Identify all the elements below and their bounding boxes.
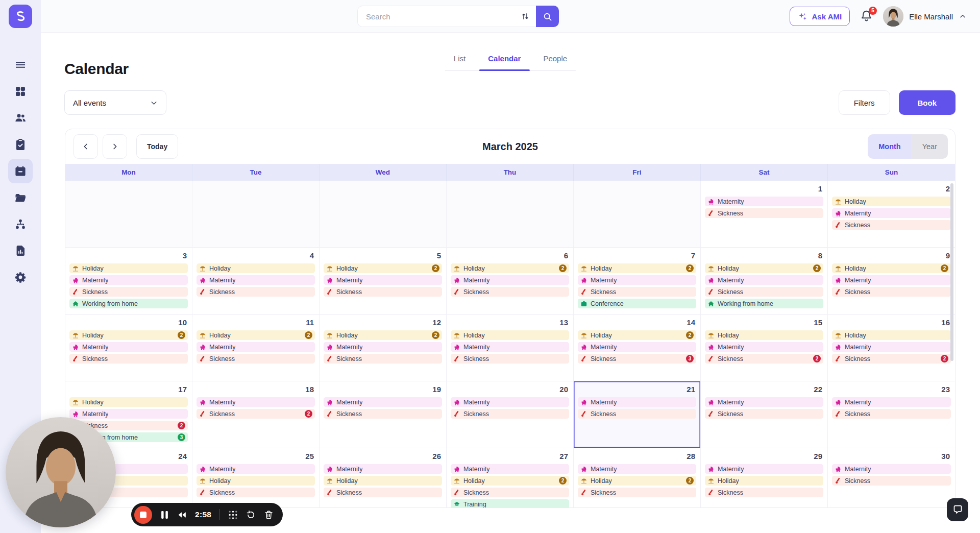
event-pill-holiday[interactable]: Holiday2 xyxy=(69,330,188,340)
calendar-day-cell[interactable]: 16HolidayMaternitySickness2 xyxy=(828,314,955,381)
tab-calendar[interactable]: Calendar xyxy=(479,54,529,70)
event-pill-training[interactable]: Training xyxy=(451,499,569,508)
event-pill-holiday[interactable]: Holiday xyxy=(832,197,951,206)
event-pill-maternity[interactable]: Maternity xyxy=(324,275,442,285)
sidebar-item-documents[interactable] xyxy=(8,185,33,210)
calendar-day-cell[interactable]: 22MaternitySickness xyxy=(701,381,828,448)
view-year-button[interactable]: Year xyxy=(912,134,948,159)
calendar-day-cell[interactable]: 1MaternitySickness xyxy=(701,181,828,248)
event-pill-sickness[interactable]: Sickness xyxy=(451,488,569,497)
event-pill-maternity[interactable]: Maternity xyxy=(832,342,951,352)
event-pill-sickness[interactable]: Sickness xyxy=(324,409,442,419)
restart-recording-button[interactable] xyxy=(246,510,256,520)
pause-button[interactable] xyxy=(160,511,169,519)
event-pill-maternity[interactable]: Maternity xyxy=(197,275,315,285)
event-pill-sickness[interactable]: Sickness xyxy=(832,220,951,230)
event-pill-holiday[interactable]: Holiday2 xyxy=(451,476,569,486)
calendar-day-cell[interactable]: 4HolidayMaternitySickness xyxy=(192,248,320,314)
sidebar-item-tasks[interactable] xyxy=(8,132,33,157)
calendar-day-cell[interactable]: 20MaternitySickness xyxy=(447,381,574,448)
event-pill-holiday[interactable]: Holiday2 xyxy=(578,263,696,273)
calendar-day-cell[interactable]: 29MaternityHolidaySickness xyxy=(701,448,828,508)
view-month-button[interactable]: Month xyxy=(868,134,911,159)
event-pill-maternity[interactable]: Maternity xyxy=(705,464,823,474)
event-pill-holiday[interactable]: Holiday xyxy=(451,330,569,340)
event-pill-maternity[interactable]: Maternity xyxy=(197,397,315,407)
event-pill-maternity[interactable]: Maternity xyxy=(451,342,569,352)
calendar-day-cell[interactable]: 13HolidayMaternitySickness xyxy=(447,314,574,381)
next-month-button[interactable] xyxy=(103,134,127,159)
calendar-day-cell[interactable]: 11Holiday2MaternitySickness xyxy=(192,314,320,381)
event-pill-sickness[interactable]: Sickness xyxy=(197,287,315,297)
filter-sliders-icon[interactable] xyxy=(521,12,530,21)
event-pill-sickness[interactable]: Sickness xyxy=(705,488,823,497)
ask-ami-button[interactable]: Ask AMI xyxy=(790,7,850,26)
calendar-day-cell[interactable]: 6Holiday2MaternitySickness xyxy=(447,248,574,314)
calendar-day-cell[interactable]: 28MaternityHoliday2Sickness xyxy=(574,448,701,508)
event-pill-sickness[interactable]: Sickness xyxy=(197,488,315,497)
event-pill-holiday[interactable]: Holiday2 xyxy=(324,330,442,340)
event-pill-maternity[interactable]: Maternity xyxy=(832,397,951,407)
calendar-day-cell[interactable]: 7Holiday2MaternitySicknessConference xyxy=(574,248,701,314)
event-pill-holiday[interactable]: Holiday xyxy=(705,476,823,486)
calendar-day-cell[interactable]: 10Holiday2MaternitySickness xyxy=(65,314,192,381)
event-pill-sickness[interactable]: Sickness xyxy=(705,409,823,419)
event-pill-sickness[interactable]: Sickness2 xyxy=(197,409,315,419)
event-pill-maternity[interactable]: Maternity xyxy=(832,464,951,474)
event-pill-sickness[interactable]: Sickness xyxy=(197,354,315,364)
drag-handle[interactable] xyxy=(228,510,238,520)
calendar-day-cell[interactable]: 3HolidayMaternitySicknessWorking from ho… xyxy=(65,248,192,314)
event-pill-sickness[interactable]: Sickness xyxy=(324,488,442,497)
user-menu[interactable]: Elle Marshall xyxy=(883,6,967,27)
event-pill-holiday[interactable]: Holiday2 xyxy=(578,330,696,340)
event-pill-holiday[interactable]: Holiday2 xyxy=(705,263,823,273)
calendar-day-cell[interactable]: 18MaternitySickness2 xyxy=(192,381,320,448)
event-pill-maternity[interactable]: Maternity xyxy=(578,464,696,474)
event-pill-holiday[interactable]: Holiday xyxy=(832,330,951,340)
event-pill-sickness[interactable]: Sickness xyxy=(578,409,696,419)
event-pill-holiday[interactable]: Holiday2 xyxy=(324,263,442,273)
event-pill-sickness[interactable]: Sickness2 xyxy=(832,354,951,364)
event-pill-maternity[interactable]: Maternity xyxy=(197,342,315,352)
prev-month-button[interactable] xyxy=(74,134,98,159)
event-pill-sickness[interactable]: Sickness xyxy=(705,287,823,297)
event-pill-sickness[interactable]: Sickness xyxy=(832,409,951,419)
events-filter-dropdown[interactable]: All events xyxy=(64,90,166,115)
event-pill-holiday[interactable]: Holiday2 xyxy=(578,476,696,486)
today-button[interactable]: Today xyxy=(136,134,178,159)
event-pill-holiday[interactable]: Holiday xyxy=(197,263,315,273)
calendar-day-cell[interactable]: 9Holiday2MaternitySickness xyxy=(828,248,955,314)
event-pill-sickness[interactable]: Sickness xyxy=(69,354,188,364)
event-pill-maternity[interactable]: Maternity xyxy=(705,342,823,352)
search-button[interactable] xyxy=(536,6,559,27)
event-pill-holiday[interactable]: Holiday2 xyxy=(197,330,315,340)
event-pill-sickness[interactable]: Sickness xyxy=(832,287,951,297)
event-pill-sickness[interactable]: Sickness3 xyxy=(578,354,696,364)
event-pill-conference[interactable]: Conference xyxy=(578,299,696,308)
event-pill-maternity[interactable]: Maternity xyxy=(578,275,696,285)
event-pill-holiday[interactable]: Holiday xyxy=(197,476,315,486)
event-pill-holiday[interactable]: Holiday2 xyxy=(832,263,951,273)
event-pill-maternity[interactable]: Maternity xyxy=(324,464,442,474)
search-input[interactable] xyxy=(365,12,521,21)
event-pill-wfh[interactable]: Working from home xyxy=(705,299,823,308)
sidebar-item-org-chart[interactable] xyxy=(8,212,33,236)
event-pill-holiday[interactable]: Holiday2 xyxy=(451,263,569,273)
event-pill-maternity[interactable]: Maternity xyxy=(705,397,823,407)
calendar-day-cell[interactable]: 19MaternitySickness xyxy=(320,381,447,448)
event-pill-holiday[interactable]: Holiday xyxy=(705,330,823,340)
delete-recording-button[interactable] xyxy=(264,510,274,520)
sidebar-item-menu[interactable] xyxy=(8,53,33,77)
event-pill-maternity[interactable]: Maternity xyxy=(832,208,951,218)
event-pill-holiday[interactable]: Holiday xyxy=(69,397,188,407)
filters-button[interactable]: Filters xyxy=(839,90,890,115)
tab-people[interactable]: People xyxy=(534,54,576,70)
event-pill-maternity[interactable]: Maternity xyxy=(451,464,569,474)
rewind-button[interactable] xyxy=(177,510,187,520)
calendar-day-cell[interactable]: 12Holiday2MaternitySickness xyxy=(320,314,447,381)
event-pill-sickness[interactable]: Sickness xyxy=(578,287,696,297)
calendar-day-cell[interactable]: 27MaternityHoliday2SicknessTraining xyxy=(447,448,574,508)
chat-launcher-button[interactable] xyxy=(947,498,968,521)
calendar-day-cell[interactable]: 30MaternitySickness xyxy=(828,448,955,508)
calendar-day-cell[interactable]: 5Holiday2MaternitySickness xyxy=(320,248,447,314)
